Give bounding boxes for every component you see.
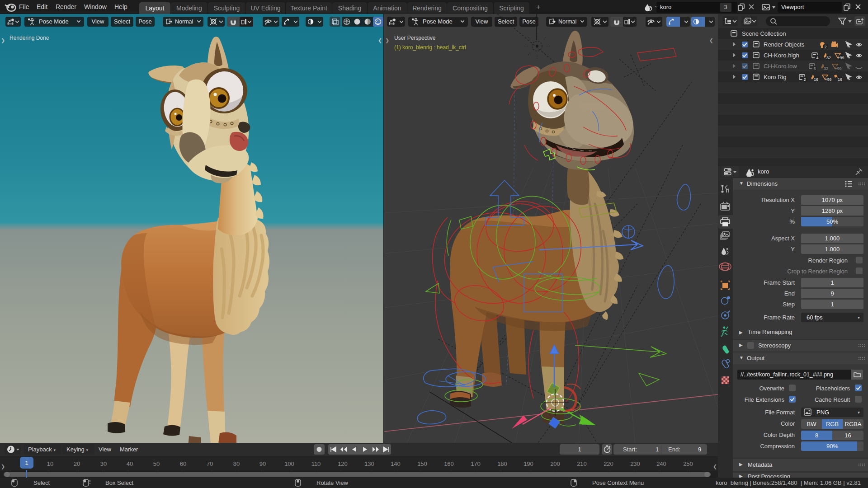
svg-text:100: 100 <box>284 460 294 467</box>
svg-text:20: 20 <box>74 460 80 467</box>
svg-text:70: 70 <box>207 460 213 467</box>
svg-text:Scene Collection: Scene Collection <box>742 30 786 37</box>
svg-text:❯: ❯ <box>1 38 5 43</box>
svg-text:32: 32 <box>824 66 828 71</box>
svg-text:40: 40 <box>127 460 133 467</box>
svg-text:170: 170 <box>471 460 481 467</box>
svg-text:80: 80 <box>233 460 240 467</box>
svg-text:210: 210 <box>577 460 587 467</box>
svg-text:CH-Koro.low: CH-Koro.low <box>764 63 797 70</box>
svg-text:2: 2 <box>824 45 826 49</box>
svg-text:60: 60 <box>180 460 186 467</box>
svg-text:❯: ❯ <box>1 464 5 469</box>
svg-text:220: 220 <box>604 460 613 467</box>
svg-text:+99: +99 <box>835 66 842 71</box>
svg-text:User Perspective: User Perspective <box>394 35 436 41</box>
svg-text:230: 230 <box>630 460 640 467</box>
svg-text:10: 10 <box>47 460 53 467</box>
svg-text:+99: +99 <box>825 77 832 82</box>
svg-text:130: 130 <box>364 460 374 467</box>
svg-text:❯: ❯ <box>385 38 389 43</box>
svg-text:140: 140 <box>391 460 401 467</box>
svg-text:150: 150 <box>417 460 427 467</box>
svg-text:4: 4 <box>816 56 818 60</box>
svg-text:❮: ❮ <box>713 464 717 469</box>
svg-text:2: 2 <box>803 77 806 82</box>
svg-text:CH-Koro.high: CH-Koro.high <box>764 52 799 59</box>
svg-text:120: 120 <box>338 460 348 467</box>
svg-text:180: 180 <box>497 460 507 467</box>
svg-text:+99: +99 <box>838 56 844 60</box>
svg-text:16: 16 <box>838 77 842 82</box>
svg-text:(1) koro_blenrig : head_ik_ctr: (1) koro_blenrig : head_ik_ctrl <box>394 44 466 51</box>
svg-text:90: 90 <box>259 460 266 467</box>
svg-text:200: 200 <box>550 460 560 467</box>
svg-text:1: 1 <box>25 460 28 466</box>
svg-text:5: 5 <box>813 66 816 71</box>
svg-text:50: 50 <box>153 460 160 467</box>
svg-text:Rendering Done: Rendering Done <box>9 35 49 41</box>
svg-text:Koro Rig: Koro Rig <box>764 74 787 80</box>
svg-text:190: 190 <box>524 460 533 467</box>
svg-text:250: 250 <box>683 460 693 467</box>
svg-text:32: 32 <box>826 56 831 60</box>
svg-text:❮: ❮ <box>709 38 713 43</box>
svg-text:❮: ❮ <box>378 38 382 43</box>
svg-text:160: 160 <box>444 460 454 467</box>
svg-text:30: 30 <box>100 460 107 467</box>
svg-text:Render Objects: Render Objects <box>764 41 805 48</box>
svg-text:16: 16 <box>814 77 818 82</box>
svg-text:240: 240 <box>656 460 666 467</box>
svg-text:110: 110 <box>311 460 321 467</box>
